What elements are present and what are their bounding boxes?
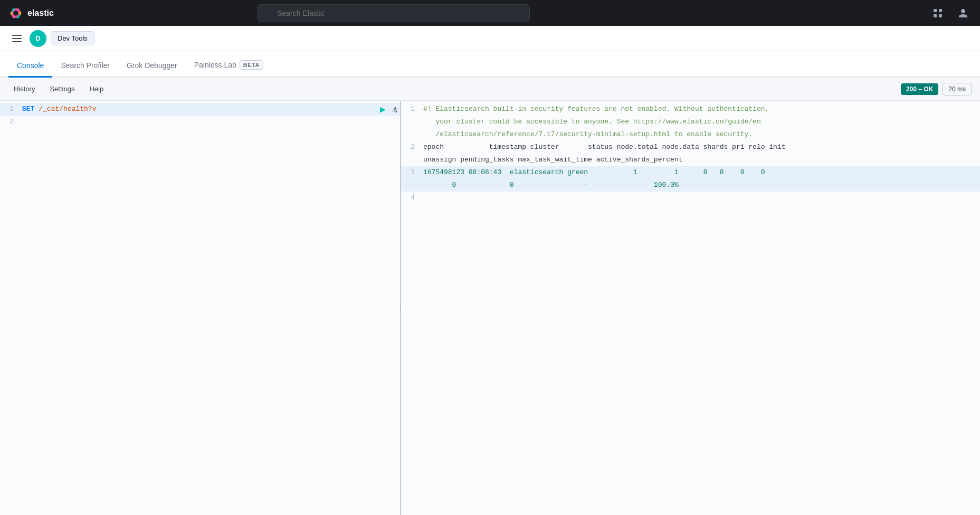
output-line-number-1: 1	[401, 103, 420, 115]
toolbar-right: 200 – OK 20 ms	[901, 83, 972, 96]
output-line-2: 2 epoch timestamp cluster status node.to…	[401, 141, 980, 154]
top-bar: elastic 🔍	[0, 0, 980, 26]
tab-grok-debugger[interactable]: Grok Debugger	[118, 55, 186, 78]
output-panel: 1 #! Elasticsearch built-in security fea…	[401, 101, 980, 515]
tab-search-profiler[interactable]: Search Profiler	[52, 55, 118, 78]
output-line-3: 3 1675498123 08:08:43 elasticsearch gree…	[401, 166, 980, 179]
editor-line-1[interactable]: 1 GET /_cat/health?v ▶	[0, 103, 400, 116]
line-number-2: 2	[0, 116, 19, 128]
editor-lines[interactable]: 1 GET /_cat/health?v ▶ 2	[0, 101, 400, 515]
search-bar-wrapper: 🔍	[258, 4, 530, 22]
output-content-2: epoch timestamp cluster status node.tota…	[420, 141, 980, 153]
svg-rect-9	[12, 35, 22, 36]
elastic-logo[interactable]: elastic	[8, 6, 54, 21]
main-content: 1 GET /_cat/health?v ▶ 2 ⋮	[0, 101, 980, 515]
tab-search-profiler-label: Search Profiler	[61, 61, 110, 70]
toolbar: History Settings Help 200 – OK 20 ms	[0, 78, 980, 101]
hamburger-button[interactable]	[8, 30, 25, 47]
svg-rect-5	[934, 9, 937, 12]
svg-rect-7	[934, 14, 937, 17]
search-bar-container: 🔍	[258, 4, 530, 22]
output-line-number-2: 2	[401, 141, 420, 153]
output-content-3b: 0 0 - 100.0%	[420, 179, 980, 191]
output-content-3: 1675498123 08:08:43 elasticsearch green …	[420, 167, 980, 178]
svg-point-4	[13, 11, 18, 15]
devtools-button[interactable]: Dev Tools	[51, 31, 94, 45]
tabs-bar: Console Search Profiler Grok Debugger Pa…	[0, 51, 980, 78]
elastic-logo-text: elastic	[27, 8, 54, 18]
output-line-number-4: 4	[401, 192, 420, 204]
beta-badge: BETA	[240, 60, 263, 70]
output-content-1: #! Elasticsearch built-in security featu…	[420, 103, 980, 115]
output-line-1c: /elasticsearch/reference/7.17/security-m…	[401, 128, 980, 141]
status-badge: 200 – OK	[901, 83, 938, 95]
editor-line-2[interactable]: 2	[0, 116, 400, 128]
output-line-2b: unassign pending_tasks max_task_wait_tim…	[401, 154, 980, 166]
line-number-1: 1	[0, 103, 19, 115]
editor-panel: 1 GET /_cat/health?v ▶ 2 ⋮	[0, 101, 401, 515]
svg-rect-10	[12, 38, 22, 39]
resize-dots-icon: ⋮	[396, 302, 405, 314]
line-content-1: GET /_cat/health?v	[19, 103, 373, 115]
top-bar-right	[929, 5, 972, 22]
search-input[interactable]	[258, 4, 530, 22]
user-avatar[interactable]: D	[30, 30, 46, 47]
svg-rect-6	[939, 9, 942, 12]
output-line-1: 1 #! Elasticsearch built-in security fea…	[401, 103, 980, 116]
output-line-3b: 0 0 - 100.0%	[401, 179, 980, 192]
settings-button[interactable]: Settings	[44, 82, 80, 96]
svg-rect-11	[12, 41, 22, 42]
output-content-1b: your cluster could be accessible to anyo…	[420, 116, 980, 128]
output-line-number-3: 3	[401, 167, 420, 178]
history-button[interactable]: History	[8, 82, 40, 96]
tab-painless-lab[interactable]: Painless Lab BETA	[186, 54, 272, 78]
output-line-4: 4	[401, 192, 980, 204]
output-content-2b: unassign pending_tasks max_task_wait_tim…	[420, 154, 980, 166]
tab-painless-lab-label: Painless Lab	[194, 61, 236, 69]
tab-grok-debugger-label: Grok Debugger	[127, 61, 177, 70]
secondary-bar: D Dev Tools	[0, 26, 980, 51]
svg-rect-8	[939, 14, 942, 17]
time-badge: 20 ms	[943, 83, 972, 96]
run-button[interactable]: ▶	[377, 103, 388, 115]
output-line-1b: your cluster could be accessible to anyo…	[401, 116, 980, 128]
grid-icon[interactable]	[929, 5, 946, 22]
elastic-logo-icon	[8, 6, 23, 21]
output-content-1c: /elasticsearch/reference/7.17/security-m…	[420, 129, 980, 140]
resize-handle[interactable]: ⋮	[398, 101, 403, 515]
help-button[interactable]: Help	[84, 82, 109, 96]
user-menu-icon[interactable]	[955, 5, 972, 22]
tab-console[interactable]: Console	[8, 55, 52, 78]
tab-console-label: Console	[17, 61, 44, 70]
